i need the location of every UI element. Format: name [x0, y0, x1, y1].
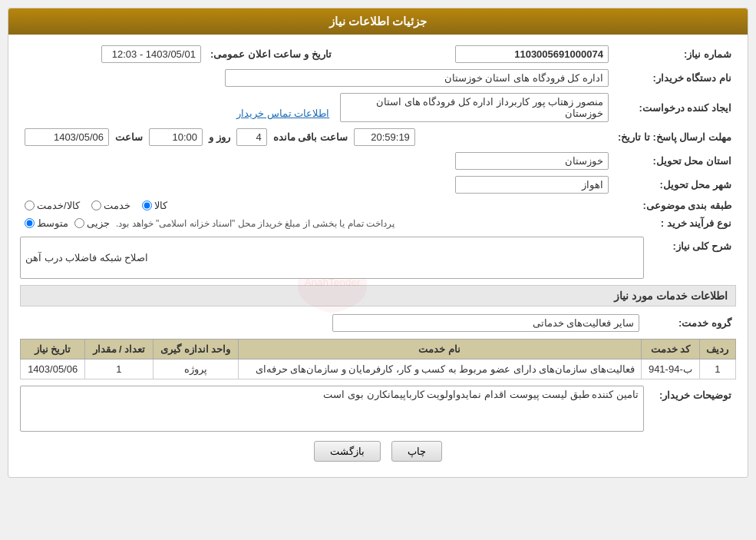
general-desc-field: اصلاح شبکه فاضلاب درب آهن: [20, 237, 644, 279]
page-title: جزئیات اطلاعات نیاز: [329, 15, 427, 28]
buyer-org-value: اداره کل فرودگاه های استان خوزستان: [20, 66, 613, 90]
city-field: اهواز: [455, 176, 609, 194]
page-header: جزئیات اطلاعات نیاز: [8, 8, 748, 35]
buyer-notes-field: تامین کننده طبق لیست پیوست اقدام نمایدوا…: [20, 386, 644, 432]
announcement-date-field: 1403/05/01 - 12:03: [101, 45, 201, 63]
cell-row-num: 1: [699, 359, 735, 379]
col-service-name: نام خدمت: [238, 340, 641, 359]
cell-date: 1403/05/06: [21, 359, 85, 379]
creator-contact-link[interactable]: اطلاعات تماس خریدار: [236, 108, 329, 119]
print-button[interactable]: چاپ: [391, 441, 442, 462]
purchase-type-options: متوسط جزیی پرداخت تمام یا بخشی از مبلغ خ…: [20, 214, 613, 232]
category-kala-khedmat[interactable]: کالا/خدمت: [25, 200, 80, 211]
deadline-time-label: ساعت: [115, 131, 143, 143]
province-value: خوزستان: [20, 149, 613, 173]
service-group-table: گروه خدمت: سایر فعالیت‌های خدماتی: [20, 311, 736, 335]
button-row: چاپ بازگشت: [20, 441, 736, 469]
purchase-type-motavaset-radio[interactable]: [25, 218, 35, 228]
services-section-header: اطلاعات خدمات مورد نیاز: [20, 285, 736, 306]
purchase-type-jozi[interactable]: جزیی: [74, 217, 110, 229]
col-service-code: کد خدمت: [641, 340, 699, 359]
request-number-label: شماره نیاز:: [613, 42, 736, 66]
category-kala-khedmat-radio[interactable]: [25, 200, 35, 210]
buyer-org-label: نام دستگاه خریدار:: [613, 66, 736, 90]
cell-quantity: 1: [85, 359, 153, 379]
deadline-remaining-field: 20:59:19: [354, 128, 415, 146]
cell-service-name: فعالیت‌های سازمان‌های دارای عضو مربوط به…: [238, 359, 641, 379]
category-kala[interactable]: کالا: [142, 200, 167, 211]
col-row-num: ردیف: [699, 340, 735, 359]
cell-service-code: ب-94-941: [641, 359, 699, 379]
deadline-day-field: 4: [236, 128, 267, 146]
province-label: استان محل تحویل:: [613, 149, 736, 173]
city-label: شهر محل تحویل:: [613, 173, 736, 197]
general-desc-container: AnahTender اصلاح شبکه فاضلاب درب آهن: [20, 237, 644, 279]
category-kala-label: کالا: [154, 200, 167, 211]
back-button[interactable]: بازگشت: [314, 441, 381, 462]
table-row: 1 ب-94-941 فعالیت‌های سازمان‌های دارای ع…: [21, 359, 736, 379]
province-field: خوزستان: [455, 152, 609, 170]
main-form: شماره نیاز: 1103005691000074 تاریخ و ساع…: [20, 42, 736, 232]
deadline-time-field: 10:00: [149, 128, 203, 146]
buyer-notes-row: توضیحات خریدار: تامین کننده طبق لیست پیو…: [20, 386, 736, 432]
service-group-value: سایر فعالیت‌های خدماتی: [20, 311, 644, 335]
announcement-date-value: 1403/05/01 - 12:03: [20, 42, 206, 66]
buyer-org-field: اداره کل فرودگاه های استان خوزستان: [225, 69, 609, 87]
purchase-type-motavaset-label: متوسط: [37, 217, 68, 229]
deadline-label: مهلت ارسال پاسخ: تا تاریخ:: [613, 125, 736, 149]
purchase-type-jozi-label: جزیی: [87, 217, 110, 229]
deadline-row: 1403/05/06 ساعت 10:00 روز و 4 ساعت باقی …: [20, 125, 613, 149]
col-quantity: تعداد / مقدار: [85, 340, 153, 359]
deadline-remaining-label: ساعت باقی مانده: [273, 131, 348, 143]
category-khedmat-radio[interactable]: [91, 200, 101, 210]
category-khedmat[interactable]: خدمت: [91, 200, 130, 211]
services-table: ردیف کد خدمت نام خدمت واحد اندازه گیری ت…: [20, 339, 736, 379]
buyer-notes-container: تامین کننده طبق لیست پیوست اقدام نمایدوا…: [20, 386, 644, 432]
creator-label: ایجاد کننده درخواست:: [613, 90, 736, 125]
category-kala-radio[interactable]: [142, 200, 152, 210]
col-date: تاریخ نیاز: [21, 340, 85, 359]
category-options: کالا/خدمت خدمت کالا: [20, 197, 613, 214]
request-number-value: 1103005691000074: [336, 42, 613, 66]
creator-value: منصور زهتاب پور کاربرداز اداره کل فرودگا…: [20, 90, 613, 125]
purchase-type-label: نوع فرآیند خرید :: [613, 214, 736, 232]
cell-unit: پروژه: [153, 359, 238, 379]
category-khedmat-label: خدمت: [104, 200, 130, 211]
general-desc-row: شرح کلی نیاز: AnahTender اصلاح شبکه فاضل…: [20, 237, 736, 279]
category-kala-khedmat-label: کالا/خدمت: [37, 200, 80, 211]
purchase-type-desc: پرداخت تمام یا بخشی از مبلغ خریداز محل "…: [116, 218, 395, 229]
deadline-date-field: 1403/05/06: [25, 128, 109, 146]
service-group-field: سایر فعالیت‌های خدماتی: [332, 314, 639, 332]
category-label: طبقه بندی موضوعی:: [613, 197, 736, 214]
purchase-type-motavaset[interactable]: متوسط: [25, 217, 68, 229]
col-unit: واحد اندازه گیری: [153, 340, 238, 359]
city-value: اهواز: [20, 173, 613, 197]
buyer-notes-label: توضیحات خریدار:: [644, 386, 736, 405]
service-group-label: گروه خدمت:: [644, 311, 736, 335]
creator-field: منصور زهتاب پور کاربرداز اداره کل فرودگا…: [340, 93, 609, 122]
deadline-day-label: روز و: [209, 131, 230, 143]
request-number-field: 1103005691000074: [455, 45, 609, 63]
announcement-date-label: تاریخ و ساعت اعلان عمومی:: [206, 42, 336, 66]
general-desc-label: شرح کلی نیاز:: [644, 237, 736, 256]
purchase-type-jozi-radio[interactable]: [74, 218, 84, 228]
